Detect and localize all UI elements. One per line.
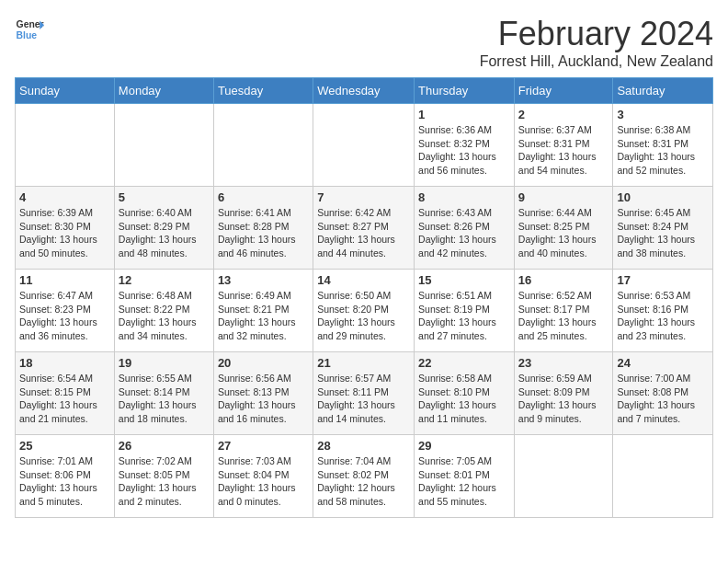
day-number: 26: [119, 439, 210, 453]
day-info: Sunrise: 7:04 AM Sunset: 8:02 PM Dayligh…: [317, 454, 410, 509]
calendar-cell: 2Sunrise: 6:37 AM Sunset: 8:31 PM Daylig…: [514, 104, 613, 187]
day-number: 24: [617, 356, 709, 370]
calendar-cell: [514, 435, 613, 518]
day-number: 19: [119, 356, 210, 370]
day-info: Sunrise: 6:54 AM Sunset: 8:15 PM Dayligh…: [19, 372, 110, 426]
calendar-cell: 16Sunrise: 6:52 AM Sunset: 8:17 PM Dayli…: [514, 270, 613, 352]
day-info: Sunrise: 6:44 AM Sunset: 8:25 PM Dayligh…: [518, 206, 609, 260]
day-info: Sunrise: 7:02 AM Sunset: 8:05 PM Dayligh…: [119, 454, 210, 509]
day-info: Sunrise: 6:48 AM Sunset: 8:22 PM Dayligh…: [119, 289, 210, 343]
col-thursday: Thursday: [415, 78, 515, 104]
title-area: February 2024 Forrest Hill, Auckland, Ne…: [480, 15, 713, 70]
calendar-cell: 21Sunrise: 6:57 AM Sunset: 8:11 PM Dayli…: [313, 352, 415, 435]
calendar-cell: 11Sunrise: 6:47 AM Sunset: 8:23 PM Dayli…: [16, 270, 115, 352]
calendar-cell: 28Sunrise: 7:04 AM Sunset: 8:02 PM Dayli…: [313, 435, 415, 518]
day-info: Sunrise: 6:38 AM Sunset: 8:31 PM Dayligh…: [617, 123, 709, 178]
day-number: 21: [317, 356, 410, 370]
location: Forrest Hill, Auckland, New Zealand: [480, 53, 713, 70]
day-number: 22: [418, 356, 510, 370]
day-number: 1: [418, 108, 510, 121]
calendar-cell: 15Sunrise: 6:51 AM Sunset: 8:19 PM Dayli…: [415, 270, 515, 352]
day-info: Sunrise: 7:01 AM Sunset: 8:06 PM Dayligh…: [19, 454, 110, 509]
day-info: Sunrise: 7:00 AM Sunset: 8:08 PM Dayligh…: [617, 372, 709, 426]
day-info: Sunrise: 6:47 AM Sunset: 8:23 PM Dayligh…: [19, 289, 110, 343]
day-info: Sunrise: 6:43 AM Sunset: 8:26 PM Dayligh…: [418, 206, 510, 260]
calendar-cell: [213, 104, 313, 187]
calendar-cell: 1Sunrise: 6:36 AM Sunset: 8:32 PM Daylig…: [415, 104, 515, 187]
day-number: 3: [617, 108, 709, 121]
calendar-cell: 25Sunrise: 7:01 AM Sunset: 8:06 PM Dayli…: [16, 435, 115, 518]
day-info: Sunrise: 6:51 AM Sunset: 8:19 PM Dayligh…: [418, 289, 510, 343]
day-info: Sunrise: 6:49 AM Sunset: 8:21 PM Dayligh…: [218, 289, 309, 343]
day-info: Sunrise: 6:36 AM Sunset: 8:32 PM Dayligh…: [418, 123, 510, 178]
calendar-cell: 17Sunrise: 6:53 AM Sunset: 8:16 PM Dayli…: [613, 270, 713, 352]
day-info: Sunrise: 6:59 AM Sunset: 8:09 PM Dayligh…: [518, 372, 609, 426]
calendar-cell: 6Sunrise: 6:41 AM Sunset: 8:28 PM Daylig…: [213, 187, 313, 270]
day-info: Sunrise: 6:55 AM Sunset: 8:14 PM Dayligh…: [119, 372, 210, 426]
day-number: 4: [19, 190, 110, 204]
calendar-cell: 8Sunrise: 6:43 AM Sunset: 8:26 PM Daylig…: [415, 187, 515, 270]
day-number: 8: [418, 190, 510, 204]
day-info: Sunrise: 6:56 AM Sunset: 8:13 PM Dayligh…: [218, 372, 309, 426]
day-number: 17: [617, 273, 709, 287]
calendar-week-1: 1Sunrise: 6:36 AM Sunset: 8:32 PM Daylig…: [16, 104, 713, 187]
calendar-cell: [313, 104, 415, 187]
calendar-cell: 26Sunrise: 7:02 AM Sunset: 8:05 PM Dayli…: [114, 435, 213, 518]
day-number: 20: [218, 356, 309, 370]
day-number: 29: [418, 439, 510, 453]
day-number: 10: [617, 190, 709, 204]
day-number: 12: [119, 273, 210, 287]
calendar-cell: 23Sunrise: 6:59 AM Sunset: 8:09 PM Dayli…: [514, 352, 613, 435]
col-tuesday: Tuesday: [213, 78, 313, 104]
day-info: Sunrise: 6:52 AM Sunset: 8:17 PM Dayligh…: [518, 289, 609, 343]
day-info: Sunrise: 6:50 AM Sunset: 8:20 PM Dayligh…: [317, 289, 410, 343]
day-number: 5: [119, 190, 210, 204]
calendar-cell: 22Sunrise: 6:58 AM Sunset: 8:10 PM Dayli…: [415, 352, 515, 435]
day-number: 9: [518, 190, 609, 204]
calendar-cell: 9Sunrise: 6:44 AM Sunset: 8:25 PM Daylig…: [514, 187, 613, 270]
day-number: 7: [317, 190, 410, 204]
day-number: 28: [317, 439, 410, 453]
header-row: Sunday Monday Tuesday Wednesday Thursday…: [16, 78, 713, 104]
page-header: General Blue February 2024 Forrest Hill,…: [15, 15, 713, 70]
day-number: 13: [218, 273, 309, 287]
calendar-week-3: 11Sunrise: 6:47 AM Sunset: 8:23 PM Dayli…: [16, 270, 713, 352]
col-saturday: Saturday: [613, 78, 713, 104]
logo: General Blue: [15, 15, 44, 44]
calendar-cell: 27Sunrise: 7:03 AM Sunset: 8:04 PM Dayli…: [213, 435, 313, 518]
calendar-cell: 12Sunrise: 6:48 AM Sunset: 8:22 PM Dayli…: [114, 270, 213, 352]
calendar-table: Sunday Monday Tuesday Wednesday Thursday…: [15, 77, 713, 518]
day-info: Sunrise: 6:41 AM Sunset: 8:28 PM Dayligh…: [218, 206, 309, 260]
day-info: Sunrise: 6:53 AM Sunset: 8:16 PM Dayligh…: [617, 289, 709, 343]
month-title: February 2024: [480, 15, 713, 53]
calendar-week-5: 25Sunrise: 7:01 AM Sunset: 8:06 PM Dayli…: [16, 435, 713, 518]
day-info: Sunrise: 6:58 AM Sunset: 8:10 PM Dayligh…: [418, 372, 510, 426]
calendar-cell: 19Sunrise: 6:55 AM Sunset: 8:14 PM Dayli…: [114, 352, 213, 435]
day-info: Sunrise: 6:40 AM Sunset: 8:29 PM Dayligh…: [119, 206, 210, 260]
day-info: Sunrise: 6:45 AM Sunset: 8:24 PM Dayligh…: [617, 206, 709, 260]
calendar-cell: 5Sunrise: 6:40 AM Sunset: 8:29 PM Daylig…: [114, 187, 213, 270]
day-info: Sunrise: 7:05 AM Sunset: 8:01 PM Dayligh…: [418, 454, 510, 509]
day-number: 27: [218, 439, 309, 453]
calendar-week-4: 18Sunrise: 6:54 AM Sunset: 8:15 PM Dayli…: [16, 352, 713, 435]
day-info: Sunrise: 6:37 AM Sunset: 8:31 PM Dayligh…: [518, 123, 609, 178]
day-number: 16: [518, 273, 609, 287]
day-info: Sunrise: 6:39 AM Sunset: 8:30 PM Dayligh…: [19, 206, 110, 260]
logo-icon: General Blue: [15, 15, 44, 44]
day-number: 14: [317, 273, 410, 287]
calendar-cell: 24Sunrise: 7:00 AM Sunset: 8:08 PM Dayli…: [613, 352, 713, 435]
day-number: 6: [218, 190, 309, 204]
calendar-cell: 10Sunrise: 6:45 AM Sunset: 8:24 PM Dayli…: [613, 187, 713, 270]
day-info: Sunrise: 6:57 AM Sunset: 8:11 PM Dayligh…: [317, 372, 410, 426]
day-number: 23: [518, 356, 609, 370]
calendar-cell: 7Sunrise: 6:42 AM Sunset: 8:27 PM Daylig…: [313, 187, 415, 270]
calendar-cell: 3Sunrise: 6:38 AM Sunset: 8:31 PM Daylig…: [613, 104, 713, 187]
calendar-cell: 29Sunrise: 7:05 AM Sunset: 8:01 PM Dayli…: [415, 435, 515, 518]
calendar-cell: 18Sunrise: 6:54 AM Sunset: 8:15 PM Dayli…: [16, 352, 115, 435]
calendar-cell: [613, 435, 713, 518]
col-monday: Monday: [114, 78, 213, 104]
calendar-cell: [114, 104, 213, 187]
day-info: Sunrise: 6:42 AM Sunset: 8:27 PM Dayligh…: [317, 206, 410, 260]
col-sunday: Sunday: [16, 78, 115, 104]
svg-text:Blue: Blue: [17, 30, 38, 40]
